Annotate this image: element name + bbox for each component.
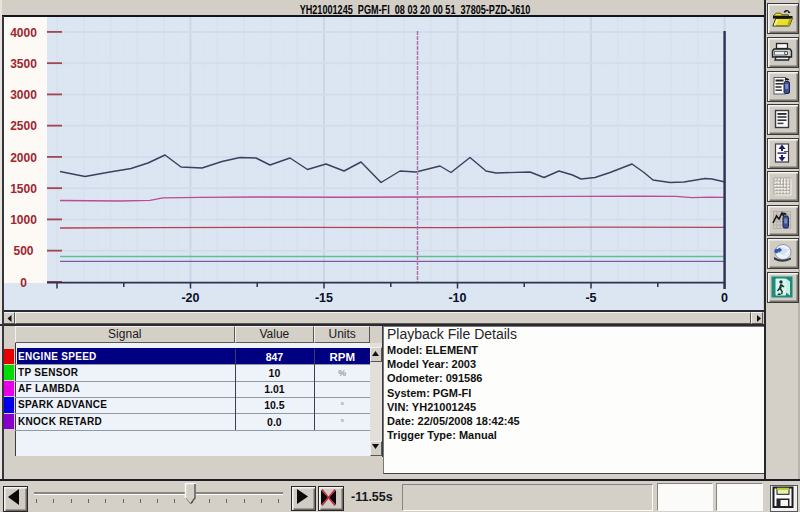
svg-text:-10: -10 (448, 291, 466, 305)
svg-text:500: 500 (13, 244, 33, 258)
svg-text:0: 0 (721, 291, 728, 305)
svg-text:0: 0 (20, 276, 27, 290)
svg-text:4000: 4000 (10, 26, 37, 40)
svg-text:1500: 1500 (10, 182, 37, 196)
svg-text:2000: 2000 (10, 151, 37, 165)
svg-text:3000: 3000 (10, 88, 37, 102)
svg-text:2500: 2500 (10, 119, 37, 133)
svg-text:-15: -15 (315, 291, 333, 305)
svg-text:-20: -20 (181, 291, 199, 305)
svg-text:-5: -5 (585, 291, 596, 305)
svg-text:3500: 3500 (10, 57, 37, 71)
svg-text:1000: 1000 (10, 213, 37, 227)
